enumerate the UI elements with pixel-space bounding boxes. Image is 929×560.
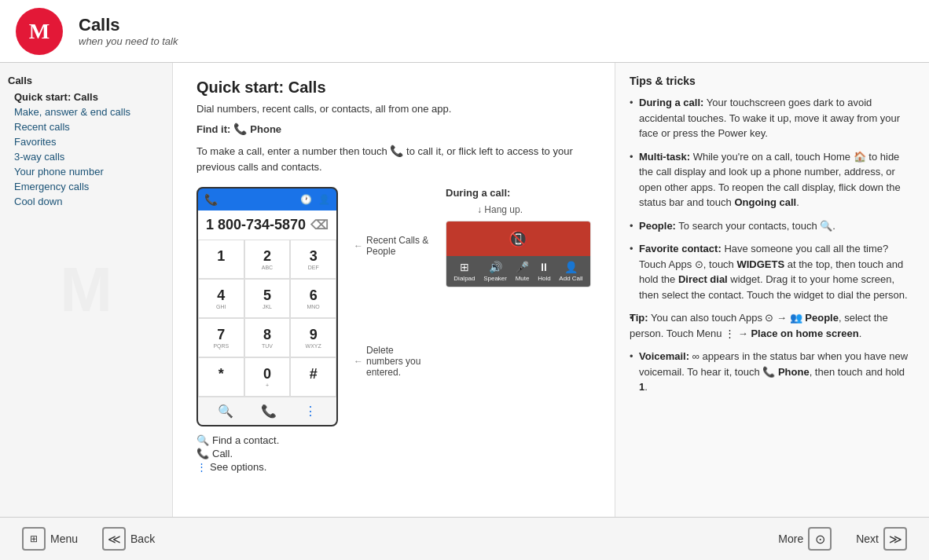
tips-title: Tips & tricks: [630, 75, 915, 87]
footer-right: More ⊙ Next ≫: [772, 524, 913, 554]
phone-bottom-bar: 🔍 📞 ⋮: [198, 397, 336, 425]
call-option-speaker[interactable]: 🔊 Speaker: [483, 261, 507, 282]
find-it: Find it: 📞 Phone: [196, 123, 591, 135]
phone-call-button[interactable]: 📞: [204, 193, 218, 206]
find-contact-text: Find a contact.: [212, 434, 279, 446]
phone-area: 📞 🕐 👤 1 800-734-5870 ⌫: [196, 187, 591, 426]
key-star[interactable]: *: [198, 357, 244, 397]
phone-annotations: ← Recent Calls & People ← Delete numbers…: [354, 187, 430, 426]
key-4[interactable]: 4GHI: [198, 279, 244, 318]
key-2[interactable]: 2ABC: [244, 240, 291, 279]
tip-multitask: Multi-task: While you're on a call, touc…: [630, 149, 915, 210]
tip-term-people: People:: [639, 220, 676, 232]
header-title: Calls: [79, 15, 178, 35]
tip-voicemail: Voicemail: ∞ appears in the status bar w…: [630, 349, 915, 395]
dialpad-icon: ⊞: [460, 261, 469, 273]
annotation-delete-text: Delete numbers you entered.: [366, 345, 430, 378]
tip-during-call: During a call: Your touchscreen goes dar…: [630, 95, 915, 141]
key-0[interactable]: 0+: [244, 357, 291, 397]
key-5[interactable]: 5JKL: [244, 279, 291, 318]
key-6[interactable]: 6MNO: [290, 279, 336, 318]
call-icon-inline: 📞: [390, 145, 403, 157]
call-ann-icon: 📞: [196, 448, 209, 459]
back-icon: ≪: [102, 527, 126, 551]
menu-icon: ⊞: [22, 527, 46, 551]
more-label: More: [778, 533, 803, 545]
annotation-call: 📞 Call.: [196, 448, 591, 459]
sidebar: M Calls Quick start: Calls Make, answer …: [0, 63, 173, 517]
instruction-text: To make a call, enter a number then touc…: [196, 143, 591, 175]
sidebar-item-favorites[interactable]: Favorites: [8, 134, 164, 149]
call-bottom-icon[interactable]: 📞: [261, 404, 277, 419]
content-body: Quick start: Calls Dial numbers, recent …: [196, 79, 591, 473]
footer: ⊞ Menu ≪ Back More ⊙ Next ≫: [0, 517, 929, 560]
hang-up-button[interactable]: 📵: [509, 229, 528, 248]
call-options-row: ⊞ Dialpad 🔊 Speaker 🎤 Mute: [446, 256, 590, 287]
mute-label: Mute: [516, 275, 530, 282]
search-bottom-icon[interactable]: 🔍: [218, 404, 233, 419]
more-button[interactable]: More ⊙: [772, 524, 838, 554]
right-panel: Tips & tricks During a call: Your touchs…: [615, 63, 929, 517]
back-label: Back: [130, 533, 155, 545]
phone-mockup: 📞 🕐 👤 1 800-734-5870 ⌫: [196, 187, 338, 426]
annotation-delete: ← Delete numbers you entered.: [354, 345, 430, 378]
menu-button[interactable]: ⊞ Menu: [16, 524, 84, 554]
phone-top-icons: 🕐 👤: [300, 194, 330, 205]
next-button[interactable]: Next ≫: [850, 524, 913, 554]
people-icon: 👤: [318, 194, 330, 205]
sidebar-section-title: Calls: [8, 75, 164, 86]
sidebar-item-emergency-calls[interactable]: Emergency calls: [8, 179, 164, 194]
key-hash[interactable]: #: [290, 357, 336, 397]
dialpad-label: Dialpad: [453, 275, 475, 282]
delete-button[interactable]: ⌫: [310, 218, 329, 232]
key-3[interactable]: 3DEF: [290, 240, 336, 279]
header-subtitle: when you need to talk: [79, 35, 178, 47]
tip-term-voicemail: Voicemail:: [639, 350, 689, 362]
key-8[interactable]: 8TUV: [244, 318, 291, 357]
hang-up-row: 📵: [446, 221, 590, 256]
keypad: 1 2ABC 3DEF 4GHI 5JKL 6MNO 7PQRS 8TUV 9W…: [198, 240, 336, 397]
tip-term-multitask: Multi-task:: [639, 151, 690, 163]
menu-label: Menu: [50, 533, 78, 545]
annotation-recent: ← Recent Calls & People: [354, 235, 430, 257]
call-option-hold[interactable]: ⏸ Hold: [538, 261, 550, 282]
back-button[interactable]: ≪ Back: [96, 524, 161, 554]
menu-bottom-icon[interactable]: ⋮: [304, 404, 317, 419]
call-option-add-call[interactable]: 👤 Add Call: [559, 261, 582, 282]
tip-favorite-contact: Favorite contact: Have someone you call …: [630, 241, 915, 302]
annotation-find-contact: 🔍 Find a contact.: [196, 434, 591, 446]
sidebar-item-cool-down[interactable]: Cool down: [8, 194, 164, 209]
call-option-mute[interactable]: 🎤 Mute: [516, 261, 530, 282]
sidebar-item-3way-calls[interactable]: 3-way calls: [8, 149, 164, 164]
add-call-label: Add Call: [559, 275, 582, 282]
header-text: Calls when you need to talk: [79, 15, 178, 47]
tip-people: People: To search your contacts, touch 🔍…: [630, 218, 915, 234]
center-content: Quick start: Calls Dial numbers, recent …: [173, 63, 615, 517]
add-call-icon: 👤: [564, 261, 578, 273]
main-content: M Calls Quick start: Calls Make, answer …: [0, 63, 929, 517]
hold-label: Hold: [538, 275, 550, 282]
sidebar-item-your-phone-number[interactable]: Your phone number: [8, 164, 164, 179]
find-it-label: Find it:: [196, 123, 230, 135]
phone-top-bar: 📞 🕐 👤: [198, 188, 336, 210]
sidebar-item-make-answer[interactable]: Make, answer & end calls: [8, 104, 164, 119]
logo-letter: M: [29, 19, 50, 44]
hang-up-label: ↓ Hang up.: [477, 204, 591, 215]
footer-left: ⊞ Menu ≪ Back: [16, 524, 161, 554]
hold-icon: ⏸: [538, 261, 549, 273]
arrow-icon: ←: [354, 240, 363, 251]
section-desc: Dial numbers, recent calls, or contacts,…: [196, 103, 591, 115]
call-area: During a call: ↓ Hang up. 📵 ⊞ Dialpad: [446, 187, 591, 426]
key-9[interactable]: 9WXYZ: [290, 318, 336, 357]
speaker-label: Speaker: [483, 275, 507, 282]
call-ann-text: Call.: [212, 448, 233, 459]
sidebar-item-recent-calls[interactable]: Recent calls: [8, 119, 164, 134]
key-1[interactable]: 1: [198, 240, 244, 279]
phone-number-row: 1 800-734-5870 ⌫: [198, 210, 336, 240]
key-7[interactable]: 7PQRS: [198, 318, 244, 357]
sidebar-item-quick-start[interactable]: Quick start: Calls: [8, 90, 164, 104]
find-it-app: Phone: [250, 123, 281, 135]
mute-icon: 🎤: [516, 261, 529, 273]
phone-number-display: 1 800-734-5870: [206, 217, 306, 233]
call-option-dialpad[interactable]: ⊞ Dialpad: [453, 261, 475, 282]
